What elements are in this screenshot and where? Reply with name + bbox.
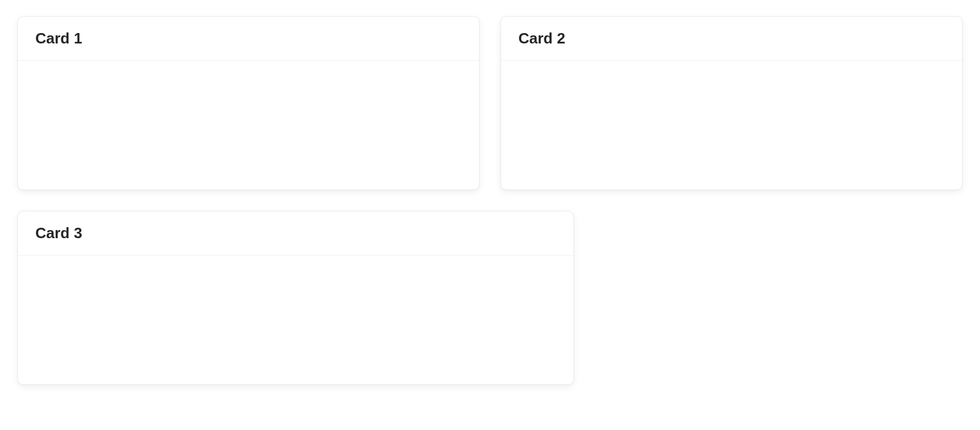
card-title: Card 1	[35, 30, 462, 48]
card-body	[501, 61, 962, 190]
card-header: Card 1	[18, 17, 479, 61]
card-title: Card 2	[518, 30, 945, 48]
card-2: Card 2	[500, 16, 963, 190]
card-body	[18, 256, 573, 384]
card-3: Card 3	[17, 211, 574, 385]
card-1: Card 1	[17, 16, 480, 190]
card-header: Card 3	[18, 212, 573, 256]
card-title: Card 3	[35, 224, 556, 242]
card-grid: Card 1 Card 2 Card 3	[17, 16, 963, 385]
card-header: Card 2	[501, 17, 962, 61]
card-body	[18, 61, 479, 190]
